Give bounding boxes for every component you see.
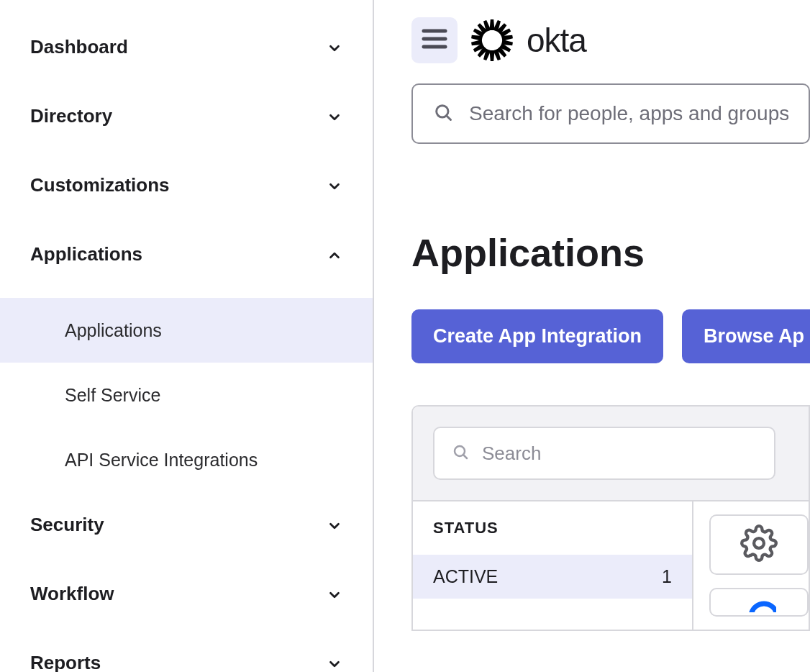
applications-panel: STATUS ACTIVE 1 bbox=[411, 405, 810, 631]
panel-body: STATUS ACTIVE 1 bbox=[413, 501, 809, 630]
sidebar-subitem-self-service[interactable]: Self Service bbox=[0, 363, 373, 427]
brand-name: okta bbox=[527, 21, 586, 60]
sidebar-item-label: Security bbox=[30, 514, 104, 536]
svg-line-6 bbox=[463, 455, 467, 458]
sidebar: Dashboard Directory Customizations Appli… bbox=[0, 0, 374, 672]
sidebar-item-label: Directory bbox=[30, 105, 112, 127]
svg-point-7 bbox=[754, 538, 764, 548]
chevron-down-icon bbox=[327, 177, 342, 193]
status-row-active[interactable]: ACTIVE 1 bbox=[413, 555, 692, 599]
status-count: 1 bbox=[662, 566, 672, 587]
status-header: STATUS bbox=[413, 501, 692, 555]
okta-logo-icon bbox=[470, 19, 514, 62]
topbar: okta bbox=[374, 17, 810, 63]
sidebar-item-label: Workflow bbox=[30, 583, 114, 605]
search-icon bbox=[452, 443, 469, 463]
main-content: okta Applications Create App Integration… bbox=[374, 0, 810, 672]
chevron-down-icon bbox=[327, 655, 342, 671]
search-icon bbox=[433, 102, 453, 125]
sidebar-item-applications[interactable]: Applications bbox=[0, 229, 373, 279]
panel-search[interactable] bbox=[433, 427, 775, 480]
app-card[interactable] bbox=[709, 588, 809, 617]
hamburger-button[interactable] bbox=[411, 17, 458, 63]
sidebar-subitem-label: Self Service bbox=[65, 385, 160, 406]
svg-line-4 bbox=[447, 116, 451, 120]
status-label: ACTIVE bbox=[433, 566, 498, 587]
sidebar-item-security[interactable]: Security bbox=[0, 499, 373, 550]
logo[interactable]: okta bbox=[470, 19, 586, 62]
sidebar-item-dashboard[interactable]: Dashboard bbox=[0, 22, 373, 72]
sidebar-item-label: Reports bbox=[30, 652, 101, 673]
page-title: Applications bbox=[411, 230, 810, 275]
app-list bbox=[693, 501, 809, 630]
sidebar-item-workflow[interactable]: Workflow bbox=[0, 568, 373, 619]
browse-app-catalog-button[interactable]: Browse Ap bbox=[682, 309, 810, 363]
chevron-down-icon bbox=[327, 108, 342, 124]
hamburger-icon bbox=[422, 29, 447, 52]
panel-search-input[interactable] bbox=[482, 442, 757, 465]
panel-head bbox=[413, 407, 809, 501]
create-app-integration-button[interactable]: Create App Integration bbox=[411, 309, 663, 363]
sidebar-item-label: Dashboard bbox=[30, 36, 128, 58]
sidebar-item-customizations[interactable]: Customizations bbox=[0, 160, 373, 210]
chevron-down-icon bbox=[327, 517, 342, 532]
status-column: STATUS ACTIVE 1 bbox=[413, 501, 693, 630]
app-icon bbox=[742, 595, 776, 615]
sidebar-item-reports[interactable]: Reports bbox=[0, 637, 373, 672]
action-row: Create App Integration Browse Ap bbox=[411, 309, 810, 363]
sidebar-item-label: Applications bbox=[30, 243, 142, 265]
sidebar-item-directory[interactable]: Directory bbox=[0, 91, 373, 141]
sidebar-subitem-label: Applications bbox=[65, 320, 162, 341]
sidebar-item-label: Customizations bbox=[30, 174, 170, 196]
app-card[interactable] bbox=[709, 514, 809, 575]
chevron-down-icon bbox=[327, 586, 342, 601]
sidebar-subitem-label: API Service Integrations bbox=[65, 450, 258, 471]
gear-icon bbox=[740, 525, 778, 565]
sidebar-subitem-api-service-integrations[interactable]: API Service Integrations bbox=[0, 427, 373, 492]
global-search[interactable] bbox=[411, 83, 810, 144]
chevron-down-icon bbox=[327, 39, 342, 55]
global-search-input[interactable] bbox=[469, 102, 788, 125]
sidebar-subitem-applications[interactable]: Applications bbox=[0, 298, 373, 363]
chevron-up-icon bbox=[327, 246, 342, 262]
